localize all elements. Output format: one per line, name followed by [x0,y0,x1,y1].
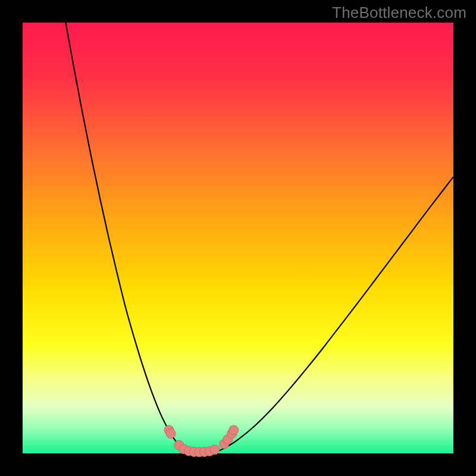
data-marker [166,429,176,439]
plot-area [23,23,453,453]
data-marker [229,425,239,435]
bottleneck-curve [65,23,453,453]
curve-layer [23,23,453,453]
watermark-text: TheBottleneck.com [332,4,466,22]
data-marker [210,445,220,455]
chart-frame: TheBottleneck.com [0,0,476,476]
